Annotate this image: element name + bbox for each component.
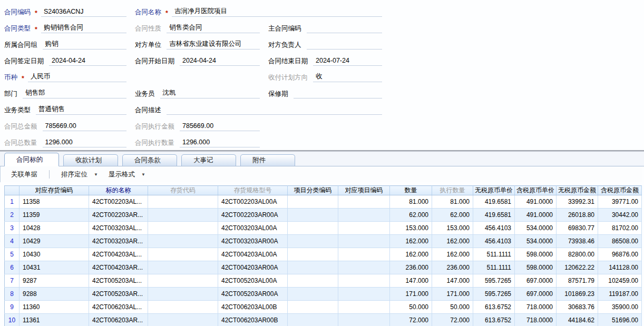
cell-quantity[interactable]: 153.000 [390, 222, 432, 235]
row-number[interactable]: 3 [5, 222, 19, 235]
cell-unit-price-ex-tax[interactable]: 511.1111 [473, 261, 515, 274]
column-header-inventory-code[interactable]: 对应存货编码 [19, 186, 89, 195]
cell-amount-inc-tax[interactable]: 96876.00 [598, 248, 642, 261]
cell-project-code[interactable] [338, 248, 390, 261]
row-number[interactable]: 8 [5, 288, 19, 301]
cell-stock-code[interactable] [148, 274, 218, 288]
field-value-salesperson[interactable]: 沈凯 [160, 88, 260, 98]
cell-unit-price-ex-tax[interactable]: 511.1111 [473, 248, 515, 261]
cell-exec-quantity[interactable]: 81.000 [432, 195, 473, 209]
cell-stock-code[interactable] [148, 248, 218, 261]
cell-quantity[interactable]: 162.000 [390, 248, 432, 261]
field-value-contract-group[interactable]: 购销 [43, 39, 127, 50]
cell-unit-price-inc-tax[interactable]: 697.0000 [515, 288, 557, 301]
field-value-contract-name[interactable]: 吉润净月医院项目 [172, 7, 382, 17]
cell-project-code[interactable] [338, 274, 390, 288]
cell-exec-quantity[interactable]: 236.000 [432, 261, 473, 274]
field-value-contract-total-amount[interactable]: 785669.00 [43, 122, 127, 131]
cell-subject-name[interactable]: 42CT006203AR... [89, 314, 148, 326]
cell-unit-price-ex-tax[interactable]: 419.6581 [473, 195, 515, 209]
cell-project-class-code[interactable] [288, 261, 338, 274]
cell-project-class-code[interactable] [288, 195, 338, 209]
column-header-amount-ex-tax[interactable]: 无税原币金额 [557, 186, 598, 195]
cell-inventory-code[interactable]: 10431 [19, 261, 89, 274]
cell-unit-price-ex-tax[interactable]: 595.7265 [473, 288, 515, 301]
field-value-warranty-period[interactable] [294, 90, 383, 98]
cell-unit-price-inc-tax[interactable]: 491.0000 [515, 209, 557, 222]
cell-amount-ex-tax[interactable]: 44184.62 [557, 314, 598, 326]
column-header-subject-name[interactable]: 标的名称 [89, 186, 148, 195]
cell-amount-ex-tax[interactable]: 73938.46 [557, 235, 598, 248]
cell-exec-quantity[interactable]: 62.000 [432, 209, 473, 222]
tab-milestones[interactable]: 大事记 [181, 154, 236, 166]
field-value-contract-code[interactable]: S24036ACNJ [41, 8, 126, 17]
cell-amount-ex-tax[interactable]: 26018.80 [557, 209, 598, 222]
cell-project-class-code[interactable] [288, 235, 338, 248]
cell-stock-code[interactable] [148, 261, 218, 274]
cell-project-class-code[interactable] [288, 222, 338, 235]
cell-project-code[interactable] [338, 209, 390, 222]
cell-spec-model[interactable]: 42CT004203AL00A [218, 248, 288, 261]
column-header-amount-inc-tax[interactable]: 含税原币金额 [598, 186, 642, 195]
cell-amount-ex-tax[interactable]: 87571.79 [557, 274, 598, 288]
cell-amount-ex-tax[interactable]: 101869.23 [557, 288, 598, 301]
cell-project-class-code[interactable] [288, 209, 338, 222]
cell-project-code[interactable] [338, 301, 390, 314]
cell-project-code[interactable] [338, 195, 390, 209]
cell-amount-inc-tax[interactable]: 102459.00 [598, 274, 642, 288]
column-header-project-class-code[interactable]: 项目分类编码 [288, 186, 338, 195]
cell-subject-name[interactable]: 42CT004203AL... [89, 248, 148, 261]
cell-inventory-code[interactable]: 10429 [19, 235, 89, 248]
cell-inventory-code[interactable]: 10430 [19, 248, 89, 261]
field-value-payment-plan-direction[interactable]: 收 [313, 72, 382, 82]
field-value-start-date[interactable]: 2024-04-24 [180, 57, 260, 66]
cell-spec-model[interactable]: 42CT006203AR00B [218, 314, 288, 326]
cell-quantity[interactable]: 50.000 [390, 301, 432, 314]
column-header-unit-price-ex-tax[interactable]: 无税原币单价 [473, 186, 515, 195]
cell-stock-code[interactable] [148, 222, 218, 235]
cell-project-code[interactable] [338, 314, 390, 326]
cell-subject-name[interactable]: 42CT003203AR... [89, 235, 148, 248]
cell-unit-price-ex-tax[interactable]: 613.6752 [473, 314, 515, 326]
row-number[interactable]: 5 [5, 248, 19, 261]
row-number[interactable]: 10 [5, 314, 19, 326]
cell-unit-price-inc-tax[interactable]: 718.0000 [515, 314, 557, 326]
cell-spec-model[interactable]: 42CT002203AL00A [218, 195, 288, 209]
cell-unit-price-inc-tax[interactable]: 598.0000 [515, 261, 557, 274]
field-value-currency[interactable]: 人民币 [28, 72, 126, 82]
field-value-business-type[interactable]: 普通销售 [36, 105, 126, 115]
cell-amount-inc-tax[interactable]: 35900.00 [598, 301, 642, 314]
row-number[interactable]: 9 [5, 301, 19, 314]
cell-quantity[interactable]: 171.000 [390, 288, 432, 301]
cell-unit-price-ex-tax[interactable]: 595.7265 [473, 274, 515, 288]
cell-amount-inc-tax[interactable]: 119187.00 [598, 288, 642, 301]
cell-subject-name[interactable]: 42CT003203AL... [89, 222, 148, 235]
cell-subject-name[interactable]: 42CT006203AL... [89, 301, 148, 314]
cell-amount-ex-tax[interactable]: 30683.76 [557, 301, 598, 314]
row-number[interactable]: 2 [5, 209, 19, 222]
cell-unit-price-inc-tax[interactable]: 491.0000 [515, 195, 557, 209]
chevron-down-icon[interactable]: ▼ [94, 172, 98, 177]
cell-spec-model[interactable]: 42CT002203AR00A [218, 209, 288, 222]
display-format-button[interactable]: 显示格式 [103, 169, 140, 181]
cell-amount-ex-tax[interactable]: 33992.31 [557, 195, 598, 209]
cell-amount-inc-tax[interactable]: 30442.00 [598, 209, 642, 222]
sort-locate-button[interactable]: 排序定位 [56, 169, 93, 181]
column-header-unit-price-inc-tax[interactable]: 含税原币单价 [515, 186, 557, 195]
cell-inventory-code[interactable]: 9288 [19, 288, 89, 301]
cell-subject-name[interactable]: 42CT005203AL... [89, 274, 148, 288]
cell-quantity[interactable]: 162.000 [390, 235, 432, 248]
cell-exec-quantity[interactable]: 50.000 [432, 301, 473, 314]
cell-project-class-code[interactable] [288, 301, 338, 314]
cell-exec-quantity[interactable]: 72.000 [432, 314, 473, 326]
cell-stock-code[interactable] [148, 209, 218, 222]
cell-amount-inc-tax[interactable]: 39771.00 [598, 195, 642, 209]
field-value-end-date[interactable]: 2024-07-24 [313, 57, 382, 66]
cell-project-class-code[interactable] [288, 288, 338, 301]
cell-subject-name[interactable]: 42CT004203AR... [89, 261, 148, 274]
cell-unit-price-inc-tax[interactable]: 718.0000 [515, 301, 557, 314]
cell-project-code[interactable] [338, 222, 390, 235]
cell-stock-code[interactable] [148, 195, 218, 209]
column-header-exec-quantity[interactable]: 执行数量 [432, 186, 473, 195]
cell-subject-name[interactable]: 42CT002203AL... [89, 195, 148, 209]
